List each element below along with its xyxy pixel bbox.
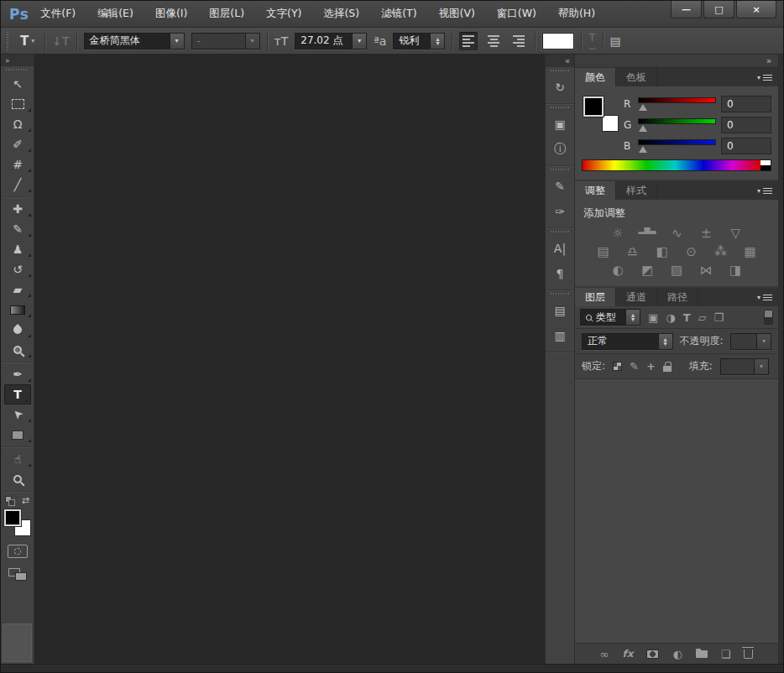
lock-transparent-pixels-icon[interactable] <box>613 362 622 371</box>
menu-type[interactable]: 文字(Y) <box>266 7 301 21</box>
delete-layer-icon[interactable] <box>744 650 753 659</box>
red-slider[interactable] <box>638 95 716 112</box>
menu-select[interactable]: 选择(S) <box>323 7 359 21</box>
blend-mode-select[interactable]: 正常 ▴▾ <box>582 333 673 350</box>
blur-tool[interactable] <box>1 320 34 340</box>
warp-text-icon[interactable]: T ‿ <box>588 34 595 48</box>
green-slider-handle[interactable] <box>639 125 647 132</box>
properties-panel-button[interactable]: ▣ <box>546 112 574 137</box>
font-size-select[interactable]: 27.02 点 ▾ <box>295 33 367 50</box>
lock-image-pixels-icon[interactable]: ✎ <box>630 360 639 373</box>
text-color-swatch[interactable] <box>542 33 574 50</box>
photo-filter-icon[interactable]: ⊙ <box>683 244 700 259</box>
dock-expand-header[interactable]: « <box>546 55 574 67</box>
eraser-tool[interactable]: ▰ <box>1 279 34 300</box>
move-tool[interactable]: ↖ <box>1 74 34 94</box>
filter-shape-layers-icon[interactable]: ▱ <box>698 311 707 324</box>
anti-alias-select[interactable]: 锐利 ▴▾ <box>393 33 445 50</box>
align-right-button[interactable] <box>510 32 528 50</box>
black-pick[interactable] <box>760 165 771 170</box>
text-orientation-toggle-icon[interactable]: ↓T <box>52 34 69 48</box>
screen-mode-button[interactable] <box>8 568 27 581</box>
quick-mask-button[interactable] <box>8 545 28 558</box>
curves-icon[interactable]: ∿ <box>668 226 685 241</box>
green-track[interactable] <box>638 118 716 124</box>
filter-type-layers-icon[interactable]: T <box>683 311 691 324</box>
tab-color[interactable]: 颜色 <box>575 68 616 86</box>
opacity-select[interactable]: ▾ <box>730 333 771 350</box>
minimize-button[interactable]: — <box>671 1 702 18</box>
menu-edit[interactable]: 编辑(E) <box>97 7 133 21</box>
character-panel-button[interactable]: A| <box>546 236 574 261</box>
stepper-icon[interactable]: ▴▾ <box>430 34 444 49</box>
brush-tool[interactable]: ✎ <box>1 219 34 239</box>
exposure-icon[interactable]: ± <box>698 226 714 241</box>
dock-grip[interactable] <box>551 106 569 110</box>
maximize-button[interactable]: □ <box>703 1 734 18</box>
new-layer-icon[interactable]: ❏ <box>721 648 731 660</box>
menu-layer[interactable]: 图层(L) <box>209 7 244 21</box>
menu-view[interactable]: 视图(V) <box>439 7 475 21</box>
brush-panel-button[interactable]: ✎ <box>546 174 574 199</box>
tools-grip[interactable] <box>6 68 29 72</box>
hue-saturation-icon[interactable]: ▤ <box>595 244 612 259</box>
lasso-tool[interactable]: Ω <box>1 114 34 134</box>
foreground-color-swatch[interactable] <box>583 97 604 117</box>
blue-slider[interactable] <box>638 137 716 154</box>
canvas-area[interactable] <box>34 55 545 664</box>
dodge-tool[interactable] <box>1 340 34 360</box>
font-style-select[interactable]: - ▾ <box>191 33 260 50</box>
history-panel-button[interactable]: ↻ <box>546 75 574 100</box>
layers-panel-menu-button[interactable]: ▾ <box>757 288 778 306</box>
menu-filter[interactable]: 滤镜(T) <box>381 7 416 21</box>
color-panel-menu-button[interactable]: ▾ <box>757 68 778 86</box>
color-lookup-icon[interactable]: ▦ <box>742 244 759 259</box>
dock-grip[interactable] <box>551 168 569 172</box>
posterize-icon[interactable]: ◩ <box>639 263 656 278</box>
clone-stamp-tool[interactable]: ♟ <box>1 239 34 259</box>
tool-preset-picker[interactable]: T ▾ <box>17 32 38 50</box>
blue-value-field[interactable]: 0 <box>721 138 771 154</box>
color-balance-icon[interactable]: ♎ <box>625 244 641 259</box>
lock-position-icon[interactable]: + <box>646 360 656 373</box>
black-white-icon[interactable]: ◧ <box>654 244 671 259</box>
tab-paths[interactable]: 路径 <box>657 288 698 306</box>
menu-window[interactable]: 窗口(W) <box>497 7 536 21</box>
lock-all-icon[interactable] <box>663 362 672 372</box>
chevron-down-icon[interactable]: ▾ <box>352 34 366 49</box>
layer-filter-toggle[interactable] <box>764 310 773 325</box>
adjustments-panel-menu-button[interactable]: ▾ <box>757 181 778 200</box>
font-family-select[interactable]: 金桥简黑体 ▾ <box>84 33 185 50</box>
rectangle-tool[interactable] <box>1 425 34 445</box>
green-slider[interactable] <box>638 116 716 133</box>
red-value-field[interactable]: 0 <box>721 96 771 112</box>
quick-selection-tool[interactable]: ✐ <box>1 134 34 154</box>
layer-comps-panel-button[interactable]: ▤ <box>546 298 574 323</box>
red-slider-handle[interactable] <box>639 104 647 111</box>
menu-help[interactable]: 帮助(H) <box>558 7 595 21</box>
stepper-icon[interactable]: ▴▾ <box>625 310 640 325</box>
green-value-field[interactable]: 0 <box>721 117 771 133</box>
layer-list[interactable] <box>575 379 778 643</box>
menu-image[interactable]: 图像(I) <box>155 7 187 21</box>
menu-file[interactable]: 文件(F) <box>40 7 76 21</box>
brightness-contrast-icon[interactable]: ☼ <box>609 226 626 241</box>
spectrum-bw-ends[interactable] <box>760 159 771 171</box>
zoom-tool[interactable] <box>1 469 34 489</box>
new-group-icon[interactable] <box>696 650 708 658</box>
foreground-color-swatch[interactable] <box>4 509 21 526</box>
paragraph-panel-button[interactable]: ¶ <box>546 261 574 286</box>
rectangular-marquee-tool[interactable] <box>1 94 34 114</box>
gradient-tool[interactable] <box>1 300 34 320</box>
dock-grip[interactable] <box>551 69 569 73</box>
info-panel-button[interactable]: ⓘ <box>546 137 574 162</box>
color-spectrum-ramp[interactable] <box>582 159 760 171</box>
brush-presets-panel-button[interactable]: ✑ <box>546 199 574 224</box>
align-left-button[interactable] <box>459 32 478 50</box>
link-layers-icon[interactable]: ∞ <box>600 648 609 660</box>
new-adjustment-layer-icon[interactable]: ◐ <box>672 648 682 660</box>
levels-icon[interactable]: ▂▆▃ <box>639 226 656 241</box>
dock-grip[interactable] <box>551 292 569 296</box>
default-colors-icon[interactable] <box>5 496 15 506</box>
blue-track[interactable] <box>638 139 716 145</box>
